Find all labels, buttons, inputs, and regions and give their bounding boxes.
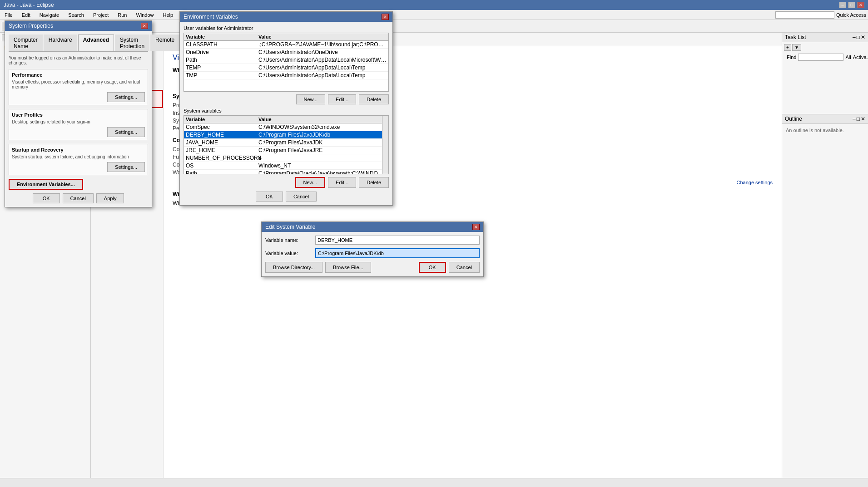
tab-hardware[interactable]: Hardware [44, 34, 77, 51]
edit-variable-dialog: Edit System Variable ✕ Variable name: Va… [261, 221, 484, 277]
tab-remote[interactable]: Remote [150, 34, 179, 51]
browse-directory-btn[interactable]: Browse Directory... [265, 262, 322, 273]
browse-file-btn[interactable]: Browse File... [325, 262, 371, 273]
sys-props-close[interactable]: ✕ [141, 23, 148, 29]
outline-panel: Outline – □ ✕ An outline is not availabl… [782, 114, 868, 137]
performance-title: Performance [12, 72, 145, 78]
menu-window[interactable]: Window [133, 11, 156, 19]
sys-row-1[interactable]: DERBY_HOME C:\Program Files\JavaJDK\db [184, 131, 388, 139]
sys-props-title-bar: System Properties ✕ [5, 21, 152, 31]
outline-minimize[interactable]: – [853, 116, 856, 122]
system-vars-table: Variable Value ComSpec C:\WINDOWS\system… [184, 115, 389, 174]
quick-access-input[interactable] [775, 11, 834, 19]
sys-row-0[interactable]: ComSpec C:\WINDOWS\system32\cmd.exe [184, 123, 388, 131]
edit-var-title-bar: Edit System Variable ✕ [262, 222, 483, 232]
menu-bar: File Edit Navigate Search Project Run Wi… [0, 10, 868, 20]
menu-file[interactable]: File [2, 11, 15, 19]
find-input[interactable] [798, 54, 843, 61]
close-btn[interactable]: ✕ [857, 2, 864, 8]
env-vars-title: Environment Variables [184, 14, 238, 20]
menu-navigate[interactable]: Navigate [37, 11, 62, 19]
user-val-col: Value [258, 34, 387, 39]
task-new-btn[interactable]: + [784, 44, 791, 51]
user-row-0[interactable]: CLASSPATH .;C:\PROGRA~2\JAVAME~1\lib\sou… [184, 41, 388, 49]
admin-note: You must be logged on as an Administrato… [9, 55, 148, 65]
eclipse-window: Java - Java - Eclipse – □ ✕ File Edit Na… [0, 0, 868, 487]
sys-val-col: Value [258, 117, 387, 122]
sys-props-apply-btn[interactable]: Apply [96, 193, 124, 203]
user-vars-title: User variables for Administrator [184, 25, 389, 31]
user-row-2[interactable]: Path C:\Users\Administrator\AppData\Loca… [184, 56, 388, 64]
env-btn-container: Environment Variables... [9, 179, 148, 190]
minimize-btn[interactable]: – [839, 2, 846, 8]
system-edit-btn[interactable]: Edit... [328, 177, 356, 188]
menu-project[interactable]: Project [90, 11, 111, 19]
performance-section: Performance Visual effects, processor sc… [9, 69, 148, 105]
user-profiles-section: User Profiles Desktop settings related t… [9, 109, 148, 140]
user-delete-btn[interactable]: Delete [359, 94, 389, 104]
env-vars-ok-btn[interactable]: OK [256, 192, 283, 202]
tab-computer-name[interactable]: Computer Name [9, 34, 43, 51]
edit-var-close[interactable]: ✕ [472, 224, 480, 230]
env-vars-content: User variables for Administrator Variabl… [180, 22, 392, 205]
outline-label: Outline [785, 116, 802, 122]
task-panel-close[interactable]: ✕ [861, 34, 865, 40]
env-vars-main-buttons: OK Cancel [184, 192, 389, 202]
system-vars-section: System variables Variable Value ComSpec … [184, 108, 389, 188]
user-profiles-settings-btn[interactable]: Settings... [107, 127, 145, 137]
sys-row-6[interactable]: Path C:\ProgramData\Oracle\Java\javapath… [184, 170, 388, 174]
user-vars-header: Variable Value [184, 33, 388, 41]
startup-settings-btn[interactable]: Settings... [107, 162, 145, 172]
edit-var-content: Variable name: Variable value: Browse Di… [262, 232, 483, 276]
sys-row-4[interactable]: NUMBER_OF_PROCESSORS 4 [184, 154, 388, 162]
tab-system-protection[interactable]: System Protection [115, 34, 149, 51]
var-value-row: Variable value: [265, 248, 480, 258]
task-list-toolbar: + ▼ Find All Activa... [782, 42, 868, 64]
tab-advanced[interactable]: Advanced [78, 34, 114, 51]
user-row-4[interactable]: TMP C:\Users\Administrator\AppData\Local… [184, 72, 388, 79]
edit-var-cancel-btn[interactable]: Cancel [449, 262, 480, 273]
var-value-input[interactable] [315, 248, 480, 258]
menu-search[interactable]: Search [65, 11, 87, 19]
system-delete-btn[interactable]: Delete [359, 177, 389, 188]
outline-close[interactable]: ✕ [861, 116, 865, 122]
var-name-input[interactable] [315, 236, 480, 245]
task-list-header: Task List – □ ✕ [782, 33, 868, 42]
sys-row-2[interactable]: JAVA_HOME C:\Program Files\JavaJDK [184, 139, 388, 147]
task-panel-maximize[interactable]: □ [857, 34, 860, 40]
menu-run[interactable]: Run [115, 11, 129, 19]
sys-row-3[interactable]: JRE_HOME C:\Program Files\JavaJRE [184, 147, 388, 154]
menu-help[interactable]: Help [160, 11, 176, 19]
sys-row-5[interactable]: OS Windows_NT [184, 162, 388, 170]
user-vars-table: Variable Value CLASSPATH .;C:\PROGRA~2\J… [184, 33, 389, 92]
user-row-3[interactable]: TEMP C:\Users\Administrator\AppData\Loca… [184, 64, 388, 72]
all-label: All [845, 54, 851, 60]
performance-settings-btn[interactable]: Settings... [107, 92, 145, 102]
maximize-btn[interactable]: □ [848, 2, 855, 8]
window-controls: – □ ✕ [839, 2, 864, 8]
task-filter-btn[interactable]: ▼ [792, 44, 801, 51]
user-profiles-desc: Desktop settings related to your sign-in [12, 119, 145, 124]
startup-section: Startup and Recovery System startup, sys… [9, 144, 148, 175]
user-edit-btn[interactable]: Edit... [328, 94, 356, 104]
user-row-1[interactable]: OneDrive C:\Users\Administrator\OneDrive [184, 49, 388, 56]
user-new-btn[interactable]: New... [296, 94, 326, 104]
edit-var-ok-btn[interactable]: OK [419, 262, 446, 273]
change-settings-btn[interactable]: Change settings [737, 180, 773, 185]
find-bar: Find All Activa... [784, 53, 866, 62]
environment-variables-btn[interactable]: Environment Variables... [9, 179, 83, 190]
env-vars-close[interactable]: ✕ [382, 14, 389, 20]
sys-props-cancel-btn[interactable]: Cancel [63, 193, 94, 203]
task-panel-minimize[interactable]: – [853, 34, 856, 40]
system-new-btn[interactable]: New... [295, 177, 326, 188]
sys-props-ok-btn[interactable]: OK [33, 193, 60, 203]
menu-edit[interactable]: Edit [19, 11, 33, 19]
startup-desc: System startup, system failure, and debu… [12, 154, 145, 159]
task-list-label: Task List [785, 34, 806, 40]
env-vars-cancel-btn[interactable]: Cancel [286, 192, 317, 202]
outline-maximize[interactable]: □ [857, 116, 860, 122]
startup-title: Startup and Recovery [12, 147, 145, 152]
title-bar: Java - Java - Eclipse – □ ✕ [0, 0, 868, 10]
user-vars-section: User variables for Administrator Variabl… [184, 25, 389, 104]
sys-vars-scrollbar[interactable] [382, 116, 388, 174]
